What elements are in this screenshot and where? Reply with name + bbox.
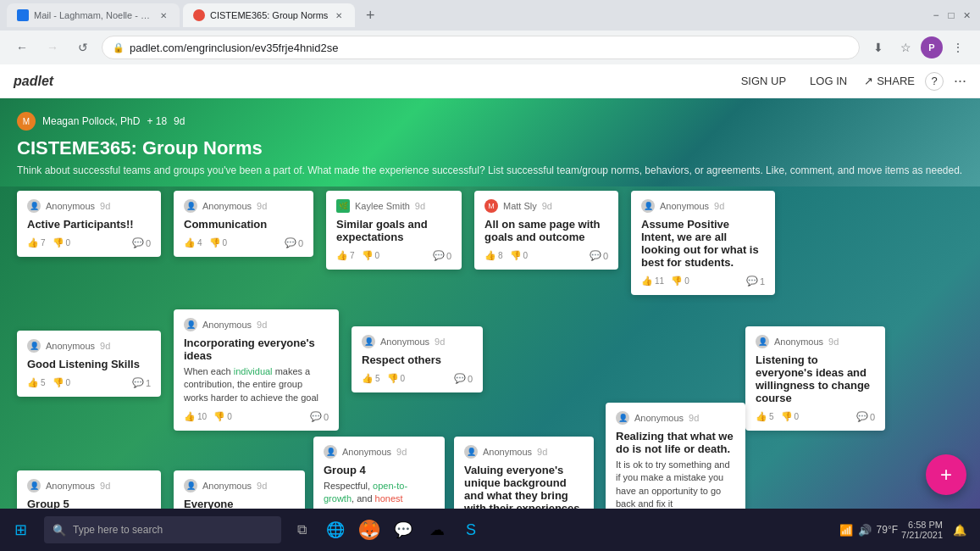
card-group5[interactable]: 👤 Anonymous 9d Group 5 -Listen & Conside…	[17, 470, 161, 509]
like-button[interactable]: 👍 5	[27, 377, 46, 388]
fab-icon: +	[940, 463, 952, 487]
address-bar: ← → ↺ 🔒 padlet.com/engrinclusion/ev35frj…	[0, 31, 980, 64]
dislike-button[interactable]: 👎 0	[362, 250, 380, 261]
comment-button[interactable]: 💬 0	[590, 250, 608, 261]
card-author-label: Matt Sly	[503, 201, 537, 211]
card-footer: 👍 5 👎 0 💬 0	[362, 373, 473, 384]
comment-button[interactable]: 💬 0	[132, 237, 151, 248]
card-group4[interactable]: 👤 Anonymous 9d Group 4 Respectful, open-…	[313, 437, 445, 509]
card-title: Communication	[184, 218, 303, 231]
like-button[interactable]: 👍 7	[336, 250, 355, 261]
card-footer: 👍 10 👎 0 💬 0	[184, 411, 329, 422]
tab-padlet[interactable]: CISTEME365: Group Norms ✕	[183, 3, 355, 27]
bookmark-icon[interactable]: ☆	[894, 36, 917, 59]
dislike-button[interactable]: 👎 0	[671, 276, 689, 287]
dislike-button[interactable]: 👎 0	[510, 250, 529, 261]
fab-button[interactable]: +	[926, 454, 966, 495]
comment-button[interactable]: 💬 1	[132, 377, 151, 388]
taskbar-search[interactable]: 🔍 Type here to search	[44, 516, 281, 543]
card-active-participants[interactable]: 👤 Anonymous 9d Active Participants!! 👍 7…	[17, 191, 161, 257]
card-title: Everyone participates and plays an activ…	[184, 498, 295, 509]
tab-padlet-favicon	[193, 9, 205, 21]
start-button[interactable]: ⊞	[0, 509, 41, 551]
like-button[interactable]: 👍 11	[641, 276, 664, 287]
card-title: All on same page with goals and outcome	[484, 218, 608, 243]
tab-padlet-close[interactable]: ✕	[333, 9, 345, 21]
card-title: Valuing everyone's unique background and…	[464, 464, 584, 509]
card-listening-ideas[interactable]: 👤 Anonymous 9d Listening to everyone's i…	[745, 326, 885, 431]
card-incorporating-ideas[interactable]: 👤 Anonymous 9d Incorporating everyone's …	[174, 309, 339, 431]
like-button[interactable]: 👍 4	[184, 237, 202, 248]
card-time: 9d	[257, 481, 267, 491]
padlet-nav: padlet SIGN UP LOG IN ↗ SHARE ? ···	[0, 64, 980, 98]
taskbar-app-skype[interactable]: S	[454, 509, 488, 551]
dislike-button[interactable]: 👎 0	[213, 411, 232, 422]
back-button[interactable]: ←	[10, 36, 34, 59]
profile-badge[interactable]: P	[921, 36, 943, 58]
anon-icon: 👤	[184, 318, 197, 331]
card-similar-goals[interactable]: 🌿 Kaylee Smith 9d Similar goals and expe…	[326, 191, 462, 270]
board-description: Think about successful teams and groups …	[17, 164, 963, 176]
tab-mail[interactable]: Mail - Laghmam, Noelle - Outloo... ✕	[7, 3, 180, 27]
card-title: Group 5	[27, 498, 151, 509]
download-icon[interactable]: ⬇	[866, 36, 890, 59]
login-button[interactable]: LOG IN	[803, 71, 854, 91]
card-valuing-background[interactable]: 👤 Anonymous 9d Valuing everyone's unique…	[454, 437, 594, 509]
minimize-button[interactable]: −	[929, 8, 943, 22]
board-header: M Meagan Pollock, PhD + 18 9d CISTEME365…	[0, 98, 980, 186]
extensions-icon[interactable]: ⋮	[946, 36, 970, 59]
comment-button[interactable]: 💬 0	[454, 373, 473, 384]
card-communication[interactable]: 👤 Anonymous 9d Communication 👍 4 👎 0 💬 0	[174, 191, 313, 257]
comment-button[interactable]: 💬 1	[746, 276, 765, 287]
share-button[interactable]: ↗ SHARE	[864, 75, 915, 87]
comment-button[interactable]: 💬 0	[310, 411, 329, 422]
tab-mail-close[interactable]: ✕	[158, 9, 169, 21]
forward-button[interactable]: →	[41, 36, 64, 59]
like-button[interactable]: 👍 7	[27, 237, 46, 248]
network-icon[interactable]: 📶	[839, 524, 853, 537]
signup-button[interactable]: SIGN UP	[734, 71, 793, 91]
tab-mail-label: Mail - Laghmam, Noelle - Outloo...	[34, 10, 152, 20]
dislike-button[interactable]: 👎 0	[53, 237, 71, 248]
comment-button[interactable]: 💬 0	[856, 411, 875, 422]
card-positive-intent[interactable]: 👤 Anonymous 9d Assume Positive Intent, w…	[631, 191, 775, 295]
taskbar-app-edge[interactable]: 🌐	[318, 509, 352, 551]
reload-button[interactable]: ↺	[71, 36, 95, 59]
like-button[interactable]: 👍 10	[184, 411, 207, 422]
dislike-button[interactable]: 👎 0	[781, 411, 800, 422]
system-clock[interactable]: 6:58 PM 7/21/2021	[901, 520, 943, 540]
windows-logo-icon: ⊞	[14, 520, 27, 539]
cards-container: 👤 Anonymous 9d Active Participants!! 👍 7…	[0, 186, 980, 509]
temperature-display: 79°F	[877, 524, 898, 536]
card-everyone-participates[interactable]: 👤 Anonymous 9d Everyone participates and…	[174, 470, 305, 509]
card-time: 9d	[396, 447, 407, 457]
dislike-button[interactable]: 👎 0	[209, 237, 228, 248]
card-footer: 👍 11 👎 0 💬 1	[641, 276, 765, 287]
task-view-button[interactable]: ⧉	[285, 509, 318, 551]
help-button[interactable]: ?	[925, 72, 944, 91]
close-button[interactable]: ✕	[960, 8, 973, 22]
more-button[interactable]: ···	[954, 72, 966, 90]
maximize-button[interactable]: □	[944, 8, 958, 22]
taskbar-app-firefox[interactable]: 🦊	[352, 509, 386, 551]
volume-icon[interactable]: 🔊	[858, 524, 872, 537]
taskbar-app-onedrive[interactable]: ☁	[420, 509, 454, 551]
card-author-label: Anonymous	[202, 320, 252, 330]
new-tab-button[interactable]: +	[358, 3, 382, 27]
url-bar[interactable]: 🔒 padlet.com/engrinclusion/ev35frje4hnid…	[102, 36, 860, 59]
card-same-page[interactable]: M Matt Sly 9d All on same page with goal…	[474, 191, 618, 270]
comment-button[interactable]: 💬 0	[433, 250, 451, 261]
notification-button[interactable]: 🔔	[946, 513, 973, 547]
dislike-button[interactable]: 👎 0	[53, 377, 71, 388]
dislike-button[interactable]: 👎 0	[387, 373, 406, 384]
like-button[interactable]: 👍 5	[362, 373, 380, 384]
kaylee-icon: 🌿	[336, 199, 350, 213]
like-button[interactable]: 👍 5	[756, 411, 774, 422]
card-respect-others[interactable]: 👤 Anonymous 9d Respect others 👍 5 👎 0 💬 …	[352, 326, 483, 392]
comment-button[interactable]: 💬 0	[285, 237, 303, 248]
card-listening-skills[interactable]: 👤 Anonymous 9d Good Listening Skills 👍 5…	[17, 331, 161, 397]
card-realizing[interactable]: 👤 Anonymous 9d Realizing that what we do…	[606, 403, 745, 509]
anon-icon: 👤	[27, 339, 41, 353]
taskbar-app-teams[interactable]: 💬	[386, 509, 420, 551]
like-button[interactable]: 👍 8	[484, 250, 503, 261]
